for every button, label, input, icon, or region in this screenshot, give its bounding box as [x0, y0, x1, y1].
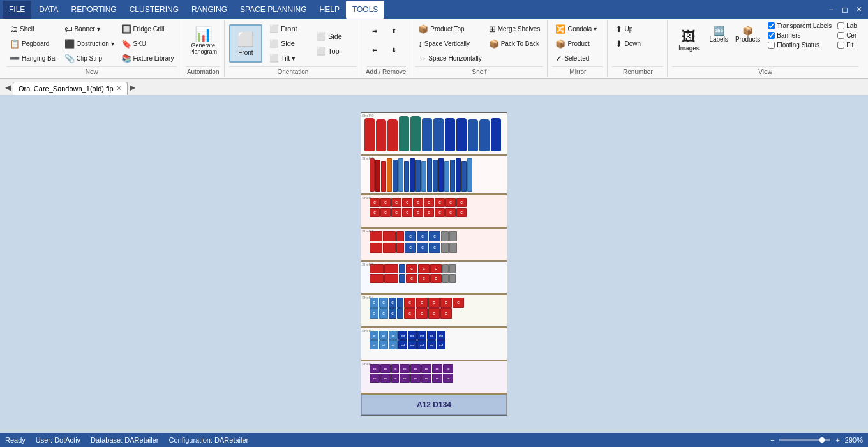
product-block: [396, 231, 404, 241]
orient-top-icon: ⬜: [317, 47, 326, 56]
mirror-group-label: Mirror: [552, 66, 603, 77]
labels-button[interactable]: 🔤 Labels: [706, 22, 731, 47]
orient-top-button[interactable]: ⬜ Top: [312, 44, 357, 58]
merge-shelves-button[interactable]: ⊞ Merge Shelves: [486, 22, 544, 36]
banners-check[interactable]: Banners: [767, 31, 833, 40]
banner-icon: 🏷: [64, 25, 73, 33]
hanging-bar-button[interactable]: ➖ Hanging Bar: [6, 51, 61, 65]
tab-prev-button[interactable]: ◀: [3, 80, 13, 95]
cer-checkbox[interactable]: [837, 32, 844, 39]
pegboard-button[interactable]: 📋 Pegboard: [6, 36, 61, 50]
remove-down-button[interactable]: ⬇: [385, 41, 403, 59]
zoom-plus-button[interactable]: +: [833, 436, 842, 444]
space-horizontally-button[interactable]: ↔ Space Horizontally: [415, 51, 484, 65]
status-configuration: Configuration: DARetailer: [169, 436, 249, 444]
orient-front-large-button[interactable]: ⬜ Front: [229, 24, 262, 63]
product-block: [456, 158, 461, 192]
orient-front-large-icon: ⬜: [237, 31, 254, 48]
product-block: md: [427, 340, 436, 349]
menu-help[interactable]: HELP: [313, 1, 346, 19]
orient-front-small-button[interactable]: ⬜ Front: [265, 22, 310, 36]
product-bottle: [422, 118, 432, 151]
obstruction-button[interactable]: ⬛ Obstruction ▾: [61, 36, 117, 50]
shelf-6-products: C C C C C C: [363, 230, 505, 253]
menu-reporting[interactable]: REPORTING: [65, 1, 123, 19]
ribbon-group-orientation: ⬜ Front ⬜ Front ⬜ Side: [225, 20, 361, 77]
gondola-button[interactable]: 🔀 Gondola ▾: [552, 22, 603, 36]
zoom-slider[interactable]: [779, 439, 830, 441]
menu-ranging[interactable]: RANGING: [185, 1, 234, 19]
generate-planogram-button[interactable]: 📊 GeneratePlanogram: [186, 22, 220, 60]
selected-button[interactable]: ✓ Selected: [552, 51, 603, 65]
orient-side-button[interactable]: ⬜ Side: [265, 36, 310, 50]
lab-check[interactable]: Lab: [836, 22, 858, 30]
menu-data[interactable]: DATA: [33, 1, 64, 19]
orient-tilt-button[interactable]: ⬜ Tilt ▾: [265, 51, 310, 65]
view-group-label: View: [672, 66, 858, 77]
sku-icon: 🔖: [121, 40, 131, 48]
pack-to-back-button[interactable]: 📦 Pack To Back: [486, 36, 544, 50]
add-remove-group-label: Add / Remove: [366, 66, 406, 77]
product-block: md: [398, 340, 407, 349]
fixture-library-button[interactable]: 📚 Fixture Library: [118, 51, 177, 65]
transparent-labels-check[interactable]: Transparent Labels: [767, 22, 833, 30]
fit-check[interactable]: Fit: [836, 41, 858, 49]
product-block: cu: [443, 374, 453, 383]
document-tab[interactable]: Oral Care_Sandown_1(old).flp ✕: [13, 82, 128, 95]
product-block: cu: [391, 374, 399, 383]
product-top-button[interactable]: 📦 Product Top: [415, 22, 484, 36]
menu-tools[interactable]: TOOLS: [346, 1, 384, 19]
shelf-row-8: Shelf 8: [361, 156, 507, 195]
tab-close-button[interactable]: ✕: [116, 84, 122, 93]
shelf-button[interactable]: 🗂 Shelf: [6, 22, 61, 36]
transparent-labels-checkbox[interactable]: [768, 22, 775, 29]
product-block: C: [430, 274, 442, 283]
product-block: [375, 160, 380, 192]
planogram[interactable]: Shelf 9: [361, 112, 507, 416]
lab-checkbox[interactable]: [837, 22, 844, 29]
zoom-minus-button[interactable]: −: [768, 436, 777, 444]
cer-check[interactable]: Cer: [836, 31, 858, 40]
add-right-button[interactable]: ➡: [366, 22, 384, 40]
minimize-button[interactable]: −: [825, 3, 837, 16]
renumber-down-button[interactable]: ⬇ Down: [612, 36, 663, 50]
orient-side2-button[interactable]: ⬜ Side: [312, 29, 357, 43]
add-up-button[interactable]: ⬆: [385, 22, 403, 40]
product-block: [444, 161, 449, 192]
space-vertically-button[interactable]: ↕ Space Vertically: [415, 36, 484, 50]
menu-file[interactable]: FILE: [3, 1, 31, 19]
product-bottle: [364, 118, 375, 151]
banner-button[interactable]: 🏷 Banner ▾: [61, 22, 117, 36]
sku-button[interactable]: 🔖 SKU: [118, 36, 177, 50]
product-block: [399, 264, 405, 273]
fridge-grill-button[interactable]: 🔲 Fridge Grill: [118, 22, 177, 36]
renumber-up-button[interactable]: ⬆ Up: [612, 22, 663, 36]
products-view-icon: 📦: [742, 26, 753, 35]
close-button[interactable]: ✕: [853, 3, 865, 16]
space-horizontally-icon: ↔: [418, 54, 426, 63]
floating-status-check[interactable]: Floating Status: [767, 41, 833, 49]
fit-checkbox[interactable]: [837, 42, 844, 49]
clip-strip-button[interactable]: 📎 Clip Strip: [61, 51, 117, 65]
pegboard-icon: 📋: [10, 40, 20, 48]
menu-space-planning[interactable]: SPACE PLANNING: [234, 1, 313, 19]
products-view-button[interactable]: 📦 Products: [732, 22, 763, 47]
product-mirror-button[interactable]: 📦 Product: [552, 36, 603, 50]
menu-clustering[interactable]: CLUSTERING: [123, 1, 185, 19]
product-block: [404, 161, 409, 192]
product-block: C: [389, 308, 396, 319]
floating-status-checkbox[interactable]: [768, 42, 775, 49]
product-block: C: [428, 298, 440, 308]
product-block: C: [456, 208, 467, 217]
product-block: ml: [389, 340, 398, 349]
remove-left-button[interactable]: ⬅: [366, 41, 384, 59]
selected-icon: ✓: [555, 54, 562, 63]
restore-button[interactable]: ◻: [839, 3, 851, 16]
renumber-up-icon: ⬆: [615, 25, 622, 33]
product-block: C: [417, 243, 428, 253]
banners-checkbox[interactable]: [768, 32, 775, 39]
tab-next-button[interactable]: ▶: [128, 80, 138, 95]
orient-tilt-icon: ⬜: [269, 54, 279, 63]
clip-strip-icon: 📎: [64, 54, 75, 63]
images-button[interactable]: 🖼 Images: [672, 22, 705, 60]
